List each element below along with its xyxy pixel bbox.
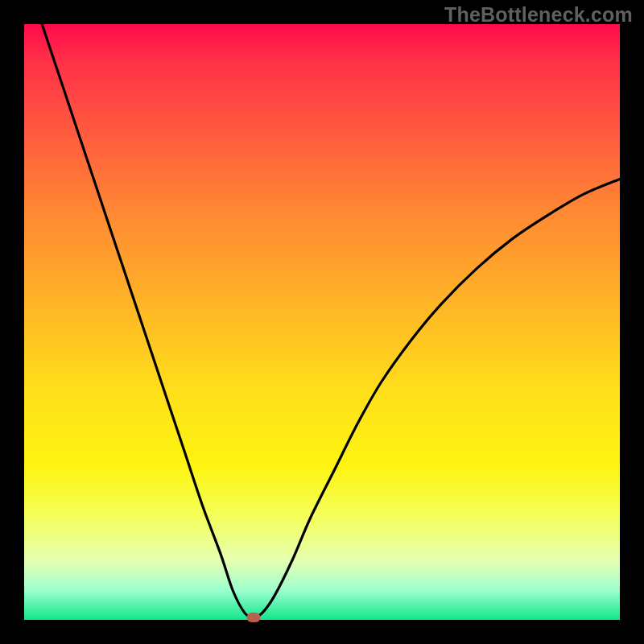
chart-frame: TheBottleneck.com [0,0,644,644]
bottleneck-curve-path [42,24,620,617]
plot-area [24,24,620,620]
watermark-label: TheBottleneck.com [444,3,633,27]
curve-svg [24,24,620,620]
minimum-marker [246,613,260,622]
